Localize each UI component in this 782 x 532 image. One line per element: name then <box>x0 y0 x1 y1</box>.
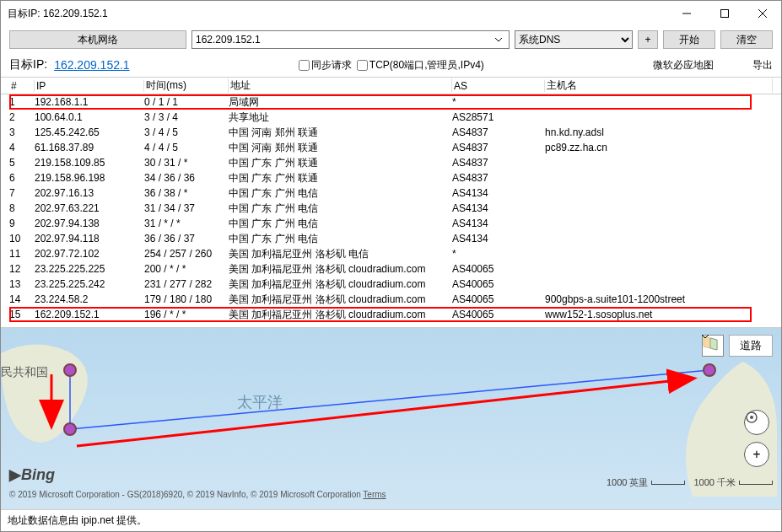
cell-num: 5 <box>9 157 35 169</box>
cell-addr: 局域网 <box>229 95 452 110</box>
bing-logo: ▶Bing <box>9 465 55 484</box>
table-row[interactable]: 9202.97.94.13831 / * / *中国 广东 广州 电信AS413… <box>1 216 781 231</box>
cell-as: AS4837 <box>452 142 545 153</box>
ip-input[interactable] <box>196 34 492 46</box>
title-bar: 目标IP: 162.209.152.1 <box>1 1 781 26</box>
table-row[interactable]: 1223.225.225.225200 / * / *美国 加利福尼亚州 洛杉矶… <box>1 261 781 277</box>
clear-button[interactable]: 清空 <box>720 30 773 49</box>
cell-as: AS4837 <box>452 157 545 169</box>
add-button[interactable]: + <box>638 30 658 49</box>
cell-num: 13 <box>9 278 35 290</box>
cell-time: 196 / * / * <box>144 309 229 320</box>
map-label-china: 民共和国 <box>1 365 48 380</box>
cell-num: 9 <box>9 218 35 229</box>
table-row[interactable]: 1192.168.1.10 / 1 / 1局域网* <box>1 94 781 110</box>
table-row[interactable]: 10202.97.94.11836 / 36 / 37中国 广东 广州 电信AS… <box>1 231 781 246</box>
col-addr[interactable]: 地址 <box>229 78 452 93</box>
cell-addr: 中国 广东 广州 电信 <box>229 217 452 231</box>
cell-time: 179 / 180 / 180 <box>144 293 229 305</box>
svg-marker-13 <box>710 338 717 350</box>
cell-ip: 202.97.16.13 <box>35 187 144 199</box>
cell-ip: 125.45.242.65 <box>35 126 144 138</box>
table-row[interactable]: 2100.64.0.13 / 3 / 4共享地址AS28571 <box>1 110 781 125</box>
cell-time: 231 / 277 / 282 <box>144 278 229 290</box>
cell-as: AS40065 <box>452 293 545 305</box>
table-row[interactable]: 461.168.37.894 / 4 / 5中国 河南 郑州 联通AS4837p… <box>1 140 781 155</box>
cell-addr: 美国 加利福尼亚州 洛杉矶 cloudradium.com <box>229 308 452 322</box>
svg-rect-1 <box>720 10 728 18</box>
cell-time: 34 / 36 / 36 <box>144 172 229 184</box>
cell-addr: 中国 广东 广州 联通 <box>229 171 452 185</box>
table-row[interactable]: 3125.45.242.653 / 4 / 5中国 河南 郑州 联通AS4837… <box>1 125 781 140</box>
cell-time: 30 / 31 / * <box>144 157 229 169</box>
cell-ip: 202.97.63.221 <box>35 202 144 214</box>
col-num[interactable]: # <box>9 80 35 92</box>
col-as[interactable]: AS <box>452 80 545 92</box>
col-host[interactable]: 主机名 <box>545 78 773 93</box>
cell-addr: 美国 加利福尼亚州 洛杉矶 cloudradium.com <box>229 277 452 292</box>
table-row[interactable]: 1423.224.58.2179 / 180 / 180美国 加利福尼亚州 洛杉… <box>1 292 781 307</box>
target-ip-label: 目标IP: <box>9 57 47 73</box>
terms-link[interactable]: Terms <box>363 490 386 499</box>
dns-select[interactable]: 系统DNS <box>515 30 633 49</box>
cell-ip: 23.224.58.2 <box>35 293 144 305</box>
cell-as: * <box>452 96 545 108</box>
ip-combobox[interactable] <box>191 30 510 49</box>
cell-num: 10 <box>9 233 35 245</box>
cell-host: pc89.zz.ha.cn <box>545 142 773 153</box>
cell-host: hn.kd.ny.adsl <box>545 126 773 138</box>
minimize-button[interactable] <box>667 1 705 26</box>
cell-as: AS4134 <box>452 233 545 245</box>
cell-ip: 202.97.72.102 <box>35 248 144 260</box>
cell-as: AS40065 <box>452 278 545 290</box>
cell-ip: 23.225.225.242 <box>35 278 144 290</box>
cell-as: AS4837 <box>452 172 545 184</box>
cell-addr: 中国 广东 广州 电信 <box>229 186 452 201</box>
svg-line-5 <box>70 370 709 429</box>
cell-addr: 中国 河南 郑州 联通 <box>229 141 452 155</box>
cell-time: 4 / 4 / 5 <box>144 142 229 153</box>
zoom-in-button[interactable]: + <box>744 442 769 467</box>
cell-addr: 中国 广东 广州 联通 <box>229 156 452 170</box>
table-row[interactable]: 8202.97.63.22131 / 34 / 37中国 广东 广州 电信AS4… <box>1 201 781 216</box>
maximize-button[interactable] <box>705 1 743 26</box>
cell-num: 1 <box>9 96 35 108</box>
table-row[interactable]: 7202.97.16.1336 / 38 / *中国 广东 广州 电信AS413… <box>1 185 781 201</box>
cell-as: AS4134 <box>452 202 545 214</box>
table-row[interactable]: 1323.225.225.242231 / 277 / 282美国 加利福尼亚州… <box>1 277 781 292</box>
col-time[interactable]: 时间(ms) <box>144 78 229 93</box>
sync-request-checkbox[interactable]: 同步请求 <box>299 58 352 73</box>
status-bar: 地址数据信息由 ipip.net 提供。 <box>1 509 781 531</box>
export-button[interactable]: 导出 <box>752 58 773 73</box>
table-row[interactable]: 11202.97.72.102254 / 257 / 260美国 加利福尼亚州 … <box>1 246 781 261</box>
cell-num: 12 <box>9 263 35 275</box>
cell-as: AS4837 <box>452 126 545 138</box>
cell-num: 4 <box>9 142 35 153</box>
cell-ip: 61.168.37.89 <box>35 142 144 153</box>
table-row[interactable]: 6219.158.96.19834 / 36 / 36中国 广东 广州 联通AS… <box>1 170 781 185</box>
close-button[interactable] <box>743 1 781 26</box>
cell-addr: 美国 加利福尼亚州 洛杉矶 cloudradium.com <box>229 262 452 277</box>
table-row[interactable]: 5219.158.109.8530 / 31 / *中国 广东 广州 联通AS4… <box>1 155 781 170</box>
target-ip-link[interactable]: 162.209.152.1 <box>54 58 130 72</box>
col-ip[interactable]: IP <box>35 80 144 92</box>
svg-point-10 <box>64 423 76 435</box>
local-network-button[interactable]: 本机网络 <box>9 30 186 49</box>
cell-host: 900gbps-a.suite101-1200street <box>545 293 773 305</box>
svg-point-11 <box>704 364 715 376</box>
bing-map-button[interactable]: 微软必应地图 <box>653 58 746 73</box>
cell-ip: 219.158.109.85 <box>35 157 144 169</box>
cell-ip: 162.209.152.1 <box>35 309 144 320</box>
table-row[interactable]: 15162.209.152.1196 / * / *美国 加利福尼亚州 洛杉矶 … <box>1 307 781 322</box>
cell-ip: 202.97.94.118 <box>35 233 144 245</box>
map-road-button[interactable]: 道路 <box>729 335 773 357</box>
tcp-checkbox[interactable]: TCP(80端口,管理员,IPv4) <box>357 58 484 73</box>
chevron-down-icon[interactable] <box>492 34 505 46</box>
cell-num: 3 <box>9 126 35 138</box>
map[interactable]: 民共和国 太平洋 道路 + 1000 英里 1000 千米 ▶Bing © 20 <box>1 328 781 509</box>
cell-time: 200 / * / * <box>144 263 229 275</box>
start-button[interactable]: 开始 <box>663 30 715 49</box>
app-window: 目标IP: 162.209.152.1 本机网络 系统DNS + 开始 清空 目… <box>0 0 782 532</box>
cell-num: 14 <box>9 293 35 305</box>
locate-button[interactable] <box>744 410 769 435</box>
